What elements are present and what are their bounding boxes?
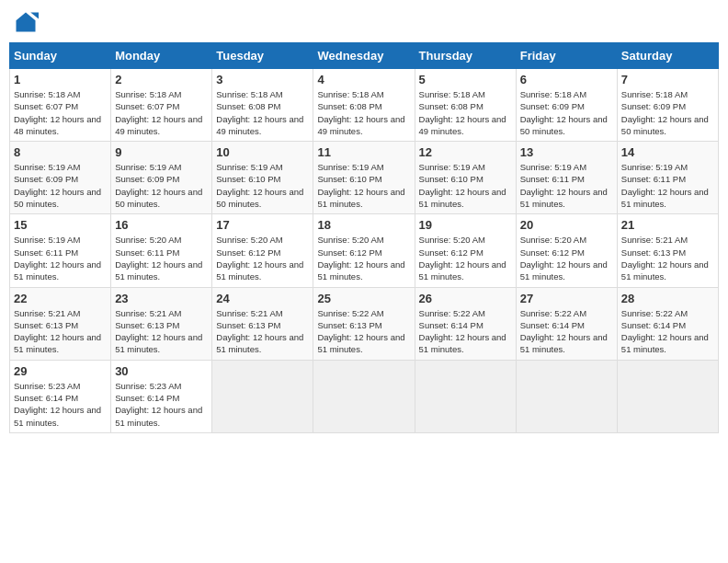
calendar-cell: 23 Sunrise: 5:21 AM Sunset: 6:13 PM Dayl… [111, 287, 212, 360]
sunset-label: Sunset: 6:12 PM [419, 247, 483, 258]
calendar-cell: 25 Sunrise: 5:22 AM Sunset: 6:13 PM Dayl… [313, 287, 415, 360]
calendar-cell: 12 Sunrise: 5:19 AM Sunset: 6:10 PM Dayl… [415, 142, 516, 214]
sunset-label: Sunset: 6:14 PM [115, 393, 179, 403]
daylight-label: Daylight: 12 hours and 51 minutes. [216, 332, 303, 354]
day-number: 8 [14, 145, 107, 159]
calendar-cell: 11 Sunrise: 5:19 AM Sunset: 6:10 PM Dayl… [313, 142, 415, 214]
sunrise-label: Sunrise: 5:18 AM [419, 89, 485, 99]
sunrise-label: Sunrise: 5:19 AM [419, 162, 485, 172]
daylight-label: Daylight: 12 hours and 51 minutes. [216, 259, 303, 282]
sunset-label: Sunset: 6:08 PM [317, 101, 381, 111]
day-number: 30 [115, 364, 208, 378]
sunset-label: Sunset: 6:07 PM [115, 101, 179, 111]
weekday-header: Saturday [617, 43, 718, 69]
day-number: 28 [621, 292, 714, 305]
daylight-label: Daylight: 12 hours and 51 minutes. [621, 187, 709, 209]
day-number: 26 [419, 292, 512, 305]
sunset-label: Sunset: 6:13 PM [216, 320, 280, 330]
daylight-label: Daylight: 12 hours and 49 minutes. [216, 114, 303, 136]
day-number: 12 [419, 145, 512, 159]
calendar-cell: 13 Sunrise: 5:19 AM Sunset: 6:11 PM Dayl… [516, 142, 617, 214]
calendar-cell: 28 Sunrise: 5:22 AM Sunset: 6:14 PM Dayl… [617, 287, 718, 360]
sunset-label: Sunset: 6:14 PM [520, 320, 585, 330]
calendar-table: SundayMondayTuesdayWednesdayThursdayFrid… [9, 42, 719, 433]
sunrise-label: Sunrise: 5:20 AM [317, 235, 383, 245]
day-number: 5 [419, 73, 512, 86]
day-info: Sunrise: 5:22 AM Sunset: 6:13 PM Dayligh… [317, 307, 410, 356]
sunset-label: Sunset: 6:11 PM [621, 174, 686, 184]
day-info: Sunrise: 5:20 AM Sunset: 6:12 PM Dayligh… [216, 234, 309, 282]
sunrise-label: Sunrise: 5:18 AM [115, 89, 181, 99]
calendar-cell: 27 Sunrise: 5:22 AM Sunset: 6:14 PM Dayl… [516, 287, 617, 360]
sunrise-label: Sunrise: 5:18 AM [621, 89, 688, 99]
day-number: 11 [317, 145, 410, 159]
day-number: 27 [520, 292, 613, 305]
sunset-label: Sunset: 6:09 PM [14, 174, 78, 184]
calendar-cell: 26 Sunrise: 5:22 AM Sunset: 6:14 PM Dayl… [415, 287, 516, 360]
sunset-label: Sunset: 6:09 PM [115, 174, 179, 184]
day-info: Sunrise: 5:18 AM Sunset: 6:07 PM Dayligh… [14, 88, 107, 137]
day-number: 21 [621, 218, 714, 232]
calendar-cell: 19 Sunrise: 5:20 AM Sunset: 6:12 PM Dayl… [415, 214, 516, 287]
day-number: 2 [115, 73, 208, 86]
day-number: 16 [115, 218, 208, 232]
calendar-cell [516, 360, 617, 432]
calendar-cell: 16 Sunrise: 5:20 AM Sunset: 6:11 PM Dayl… [111, 214, 212, 287]
daylight-label: Daylight: 12 hours and 49 minutes. [115, 114, 202, 136]
weekday-header: Monday [111, 43, 212, 69]
daylight-label: Daylight: 12 hours and 51 minutes. [621, 259, 709, 282]
day-info: Sunrise: 5:22 AM Sunset: 6:14 PM Dayligh… [621, 307, 714, 356]
sunrise-label: Sunrise: 5:18 AM [14, 89, 80, 99]
day-info: Sunrise: 5:19 AM Sunset: 6:11 PM Dayligh… [621, 161, 714, 210]
day-info: Sunrise: 5:19 AM Sunset: 6:11 PM Dayligh… [14, 234, 107, 282]
day-info: Sunrise: 5:20 AM Sunset: 6:12 PM Dayligh… [317, 234, 410, 282]
daylight-label: Daylight: 12 hours and 51 minutes. [14, 405, 101, 427]
weekday-header: Sunday [10, 43, 111, 69]
weekday-header: Thursday [415, 43, 516, 69]
sunrise-label: Sunrise: 5:19 AM [621, 162, 688, 172]
calendar-cell: 29 Sunrise: 5:23 AM Sunset: 6:14 PM Dayl… [10, 360, 111, 432]
sunset-label: Sunset: 6:14 PM [621, 320, 686, 330]
calendar-cell: 1 Sunrise: 5:18 AM Sunset: 6:07 PM Dayli… [10, 69, 111, 142]
day-number: 9 [115, 145, 208, 159]
sunrise-label: Sunrise: 5:19 AM [317, 162, 383, 172]
day-number: 23 [115, 292, 208, 305]
sunset-label: Sunset: 6:10 PM [419, 174, 483, 184]
day-info: Sunrise: 5:21 AM Sunset: 6:13 PM Dayligh… [14, 307, 107, 356]
sunrise-label: Sunrise: 5:19 AM [14, 235, 80, 245]
daylight-label: Daylight: 12 hours and 51 minutes. [520, 259, 608, 282]
header [9, 9, 719, 35]
calendar-cell: 22 Sunrise: 5:21 AM Sunset: 6:13 PM Dayl… [10, 287, 111, 360]
daylight-label: Daylight: 12 hours and 50 minutes. [115, 187, 202, 209]
day-number: 24 [216, 292, 309, 305]
day-info: Sunrise: 5:18 AM Sunset: 6:07 PM Dayligh… [115, 88, 208, 137]
calendar-cell: 21 Sunrise: 5:21 AM Sunset: 6:13 PM Dayl… [617, 214, 718, 287]
sunset-label: Sunset: 6:08 PM [419, 101, 483, 111]
calendar-cell: 15 Sunrise: 5:19 AM Sunset: 6:11 PM Dayl… [10, 214, 111, 287]
sunset-label: Sunset: 6:14 PM [419, 320, 483, 330]
day-number: 1 [14, 73, 107, 86]
weekday-header: Tuesday [212, 43, 313, 69]
daylight-label: Daylight: 12 hours and 51 minutes. [520, 187, 608, 209]
weekday-header: Friday [516, 43, 617, 69]
sunrise-label: Sunrise: 5:23 AM [14, 381, 80, 391]
day-info: Sunrise: 5:23 AM Sunset: 6:14 PM Dayligh… [14, 380, 107, 429]
day-number: 10 [216, 145, 309, 159]
calendar-week-row: 15 Sunrise: 5:19 AM Sunset: 6:11 PM Dayl… [10, 214, 719, 287]
calendar-week-row: 22 Sunrise: 5:21 AM Sunset: 6:13 PM Dayl… [10, 287, 719, 360]
day-info: Sunrise: 5:22 AM Sunset: 6:14 PM Dayligh… [520, 307, 613, 356]
calendar-week-row: 29 Sunrise: 5:23 AM Sunset: 6:14 PM Dayl… [10, 360, 719, 432]
daylight-label: Daylight: 12 hours and 50 minutes. [520, 114, 608, 136]
daylight-label: Daylight: 12 hours and 51 minutes. [317, 259, 404, 282]
day-info: Sunrise: 5:21 AM Sunset: 6:13 PM Dayligh… [216, 307, 309, 356]
sunrise-label: Sunrise: 5:18 AM [520, 89, 586, 99]
sunrise-label: Sunrise: 5:22 AM [317, 308, 383, 318]
daylight-label: Daylight: 12 hours and 51 minutes. [317, 332, 404, 354]
day-info: Sunrise: 5:19 AM Sunset: 6:09 PM Dayligh… [115, 161, 208, 210]
daylight-label: Daylight: 12 hours and 49 minutes. [317, 114, 404, 136]
calendar-cell [313, 360, 415, 432]
day-number: 3 [216, 73, 309, 86]
sunrise-label: Sunrise: 5:20 AM [419, 235, 485, 245]
sunset-label: Sunset: 6:14 PM [14, 393, 78, 403]
sunrise-label: Sunrise: 5:21 AM [14, 308, 80, 318]
